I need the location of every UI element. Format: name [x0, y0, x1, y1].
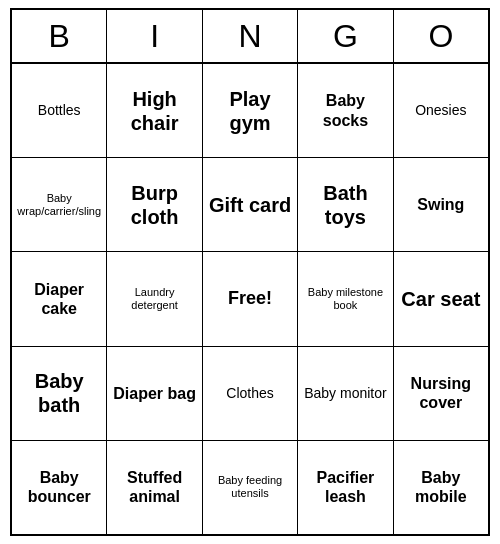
- bingo-row: BottlesHigh chairPlay gymBaby socksOnesi…: [12, 64, 488, 158]
- bingo-cell[interactable]: Baby monitor: [298, 347, 393, 440]
- bingo-row: Baby wrap/carrier/slingBurp clothGift ca…: [12, 158, 488, 252]
- header-letter: O: [394, 10, 488, 62]
- bingo-cell[interactable]: Baby bath: [12, 347, 107, 440]
- bingo-cell[interactable]: Car seat: [394, 252, 488, 345]
- bingo-cell[interactable]: Bottles: [12, 64, 107, 157]
- bingo-cell[interactable]: Pacifier leash: [298, 441, 393, 534]
- bingo-cell[interactable]: Diaper cake: [12, 252, 107, 345]
- bingo-row: Baby bathDiaper bagClothesBaby monitorNu…: [12, 347, 488, 441]
- bingo-cell[interactable]: Onesies: [394, 64, 488, 157]
- bingo-cell[interactable]: Baby milestone book: [298, 252, 393, 345]
- bingo-cell[interactable]: Play gym: [203, 64, 298, 157]
- bingo-cell[interactable]: Nursing cover: [394, 347, 488, 440]
- bingo-cell[interactable]: Free!: [203, 252, 298, 345]
- header-letter: I: [107, 10, 202, 62]
- bingo-cell[interactable]: Baby socks: [298, 64, 393, 157]
- bingo-cell[interactable]: Diaper bag: [107, 347, 202, 440]
- bingo-cell[interactable]: Baby wrap/carrier/sling: [12, 158, 107, 251]
- bingo-card: BINGO BottlesHigh chairPlay gymBaby sock…: [10, 8, 490, 536]
- bingo-cell[interactable]: Burp cloth: [107, 158, 202, 251]
- bingo-cell[interactable]: Baby feeding utensils: [203, 441, 298, 534]
- bingo-cell[interactable]: Bath toys: [298, 158, 393, 251]
- bingo-cell[interactable]: Laundry detergent: [107, 252, 202, 345]
- bingo-header: BINGO: [12, 10, 488, 64]
- header-letter: N: [203, 10, 298, 62]
- header-letter: B: [12, 10, 107, 62]
- bingo-cell[interactable]: Baby mobile: [394, 441, 488, 534]
- bingo-cell[interactable]: High chair: [107, 64, 202, 157]
- bingo-cell[interactable]: Stuffed animal: [107, 441, 202, 534]
- bingo-row: Diaper cakeLaundry detergentFree!Baby mi…: [12, 252, 488, 346]
- bingo-grid: BottlesHigh chairPlay gymBaby socksOnesi…: [12, 64, 488, 534]
- bingo-cell[interactable]: Clothes: [203, 347, 298, 440]
- bingo-cell[interactable]: Baby bouncer: [12, 441, 107, 534]
- bingo-row: Baby bouncerStuffed animalBaby feeding u…: [12, 441, 488, 534]
- bingo-cell[interactable]: Swing: [394, 158, 488, 251]
- header-letter: G: [298, 10, 393, 62]
- bingo-cell[interactable]: Gift card: [203, 158, 298, 251]
